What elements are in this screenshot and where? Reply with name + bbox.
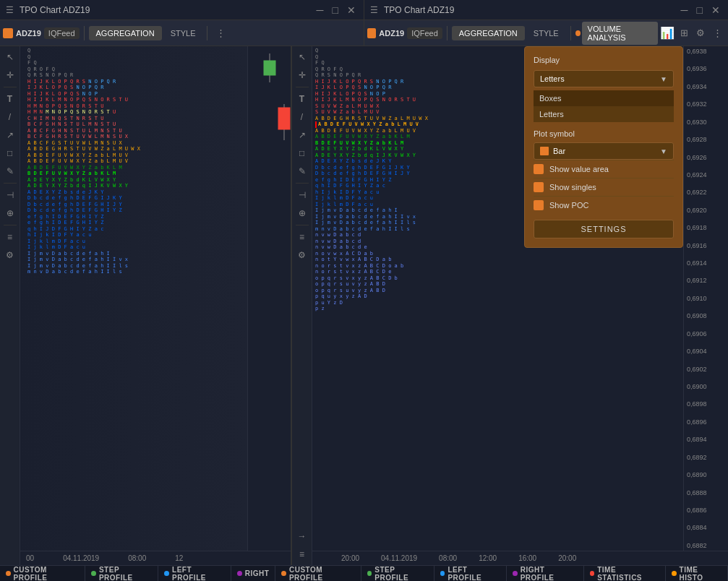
tool-settings[interactable]: ⚙ — [2, 247, 18, 263]
right-tool-rect[interactable]: □ — [294, 145, 310, 161]
right-label-left: RIGHT — [245, 569, 270, 577]
display-dropdown-panel: Display Letters ▼ Boxes Letters Plot sym… — [524, 46, 683, 248]
tool-ruler[interactable]: ⊣ — [2, 187, 18, 203]
show-value-area-label: Show value area — [549, 165, 609, 173]
left-maximize-btn[interactable]: □ — [330, 4, 341, 16]
display-select[interactable]: Letters ▼ — [534, 70, 674, 87]
right-close-btn[interactable]: ✕ — [709, 4, 722, 16]
show-singles-row[interactable]: Show singles — [534, 178, 674, 196]
right-tool-settings[interactable]: ⚙ — [294, 247, 310, 263]
right-icon2[interactable]: ⊞ — [677, 25, 692, 42]
right-title-menu-icon[interactable]: ☰ — [370, 5, 378, 15]
left-window-title: TPO Chart ADZ19 — [20, 5, 309, 15]
left-aggregation-btn[interactable]: AGGREGATION — [89, 26, 162, 40]
price-tick: 0,6900 — [687, 383, 725, 390]
right-title-bar: ☰ TPO Chart ADZ19 ─ □ ✕ — [364, 0, 728, 20]
show-value-area-row[interactable]: Show value area — [534, 160, 674, 178]
tool-rect[interactable]: □ — [2, 145, 18, 161]
tool-cursor[interactable]: ↖ — [2, 49, 18, 65]
right-tool-layers[interactable]: ≡ — [294, 229, 310, 245]
left-tpo-letters: Q Q F Q Q R O F Q Q R S N O P Q R H I J … — [20, 46, 247, 551]
price-tick: 0,6936 — [687, 65, 725, 72]
bar-color-swatch — [540, 147, 549, 155]
left-title-menu-icon[interactable]: ☰ — [6, 5, 14, 15]
right-tool-goto[interactable]: → — [294, 528, 310, 544]
toolbar-separator2 — [207, 26, 207, 40]
tool-line[interactable]: / — [2, 109, 18, 125]
show-value-area-checkbox[interactable] — [534, 164, 544, 174]
right-tool-sep1 — [296, 87, 309, 87]
custom-profile-label-left: CUSTOM PROFILE — [14, 566, 80, 582]
price-tick: 0,6904 — [687, 348, 725, 355]
status-left-profile-right[interactable]: LEFT PROFILE — [434, 566, 507, 581]
right-tool-cursor[interactable]: ↖ — [294, 49, 310, 65]
toolbar-separator3 — [447, 26, 447, 40]
left-sidebar-tools: ↖ ✛ T / ↗ □ ✎ ⊣ ⊕ ≡ ⚙ — [0, 46, 20, 565]
show-singles-checkbox[interactable] — [534, 182, 544, 192]
right-tool-ruler[interactable]: ⊣ — [294, 187, 310, 203]
left-panel: ↖ ✛ T / ↗ □ ✎ ⊣ ⊕ ≡ ⚙ — [0, 46, 292, 565]
svg-rect-3 — [278, 108, 290, 129]
price-tick: 0,6888 — [687, 489, 725, 496]
right-tool-scroll[interactable]: ≡ — [294, 546, 310, 562]
right-tool-pen[interactable]: ✎ — [294, 163, 310, 179]
option-letters[interactable]: Letters — [534, 106, 674, 122]
tool-layers[interactable]: ≡ — [2, 229, 18, 245]
status-step-profile-right[interactable]: STEP PROFILE — [361, 566, 434, 581]
price-tick: 0,6934 — [687, 83, 725, 90]
status-custom-profile-right[interactable]: CUSTOM PROFILE — [275, 566, 361, 581]
price-tick: 0,6912 — [687, 277, 725, 284]
tool-crosshair[interactable]: ✛ — [2, 67, 18, 83]
custom-profile-dot-right — [281, 571, 286, 576]
right-minimize-btn[interactable]: ─ — [679, 4, 690, 16]
left-chart-area: Q Q F Q Q R O F Q Q R S N O P Q R H I J … — [20, 46, 291, 565]
status-time-statistics[interactable]: TIME STATISTICS — [584, 566, 666, 581]
right-sidebar-tools: ↖ ✛ T / ↗ □ ✎ ⊣ ⊕ ≡ ⚙ → ≡ — [292, 46, 312, 565]
tool-arrow[interactable]: ↗ — [2, 127, 18, 143]
settings-button[interactable]: SETTINGS — [534, 220, 674, 238]
left-style-btn[interactable]: STYLE — [163, 26, 203, 40]
option-boxes[interactable]: Boxes — [534, 90, 674, 106]
right-tool-text[interactable]: T — [294, 91, 310, 107]
price-tick: 0,6894 — [687, 436, 725, 443]
right-icon1[interactable]: 📊 — [659, 25, 675, 42]
left-tpo-area[interactable]: Q Q F Q Q R O F Q Q R S N O P Q R H I J … — [20, 46, 247, 551]
right-tool-sep3 — [296, 225, 309, 225]
left-profile-dot-left — [164, 571, 169, 576]
left-minimize-btn[interactable]: ─ — [314, 4, 326, 16]
status-time-histo[interactable]: TIME HISTO — [666, 566, 728, 581]
right-tool-arrow[interactable]: ↗ — [294, 127, 310, 143]
right-aggregation-btn[interactable]: AGGREGATION — [452, 26, 525, 40]
left-close-btn[interactable]: ✕ — [345, 4, 358, 16]
right-tool-crosshair[interactable]: ✛ — [294, 67, 310, 83]
left-toolbar: ADZ19 IQFeed AGGREGATION STYLE ⋮ — [0, 20, 364, 46]
right-profile-dot-right — [513, 571, 518, 576]
status-left-profile-left[interactable]: LEFT PROFILE — [158, 566, 231, 581]
show-poc-checkbox[interactable] — [534, 200, 544, 210]
show-poc-row[interactable]: Show POC — [534, 196, 674, 214]
tool-pen[interactable]: ✎ — [2, 163, 18, 179]
left-profile-label-right: LEFT PROFILE — [447, 566, 500, 582]
status-step-profile-left[interactable]: STEP PROFILE — [85, 566, 158, 581]
tool-magnet[interactable]: ⊕ — [2, 205, 18, 221]
plot-symbol-label: Plot symbol — [534, 129, 674, 138]
bar-select[interactable]: Bar ▼ — [534, 142, 674, 160]
tool-text[interactable]: T — [2, 91, 18, 107]
right-volume-btn[interactable]: VOLUME ANALYSIS — [582, 22, 659, 45]
status-custom-profile-left[interactable]: CUSTOM PROFILE — [0, 566, 85, 581]
price-tick: 0,6916 — [687, 242, 725, 249]
left-indicator — [3, 28, 13, 38]
right-style-btn[interactable]: STYLE — [526, 26, 566, 40]
bar-chevron-down-icon: ▼ — [660, 147, 667, 155]
right-tool-line[interactable]: / — [294, 109, 310, 125]
right-maximize-btn[interactable]: □ — [695, 4, 705, 16]
right-dots-btn[interactable]: ⋮ — [710, 25, 725, 42]
status-right-profile-right[interactable]: RIGHT PROFILE — [507, 566, 584, 581]
right-tool-magnet[interactable]: ⊕ — [294, 205, 310, 221]
price-tick: 0,6906 — [687, 330, 725, 337]
right-indicator — [367, 28, 376, 38]
price-tick: 0,6926 — [687, 154, 725, 161]
left-dots-btn[interactable]: ⋮ — [212, 25, 229, 42]
right-icon3[interactable]: ⚙ — [693, 25, 708, 42]
status-right-left[interactable]: RIGHT — [231, 566, 276, 581]
